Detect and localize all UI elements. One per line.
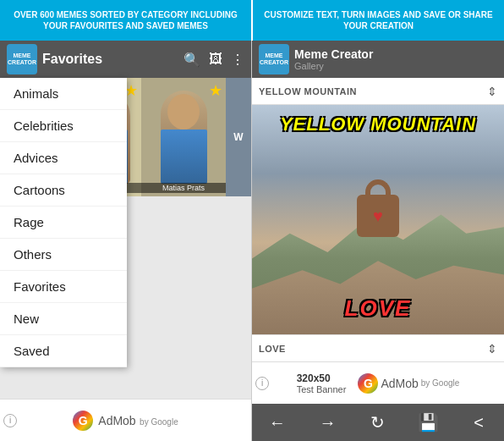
admob-left: i G AdMob by Google <box>0 399 251 441</box>
person2-head <box>167 94 200 130</box>
lock-body: ♥ <box>357 195 399 237</box>
meme-image-area: ♥ YELLOW MOUNTAIN LOVE <box>252 105 504 334</box>
admob-by-right: by Google <box>421 378 460 388</box>
right-toolbar-title: Meme Creator <box>294 47 497 62</box>
menu-item-saved[interactable]: Saved <box>0 335 127 367</box>
app-icon-right: MEME CREATOR <box>259 44 289 74</box>
adjust-icon-top[interactable]: ⇕ <box>487 85 497 98</box>
admob-text-right: AdMob <box>381 377 418 390</box>
image-person2: ★ Matias Prats <box>141 78 226 196</box>
image-icon[interactable]: 🖼 <box>209 52 222 67</box>
admob-label: AdMob <box>98 414 135 427</box>
menu-item-favorites[interactable]: Favorites <box>0 271 127 303</box>
top-banner-right: CUSTOMIZE TEXT, TURN IMAGES AND SAVE OR … <box>253 0 504 41</box>
right-toolbar-title-area: Meme Creator Gallery <box>294 47 497 72</box>
admob-text-left: AdMob by Google <box>98 413 178 428</box>
right-panel: MEME CREATOR Meme Creator Gallery YELLOW… <box>252 41 504 441</box>
top-banner-left: OVER 600 MEMES SORTED BY CATEGORY INCLUD… <box>0 0 251 41</box>
person2-silhouette <box>161 91 207 184</box>
admob-test-label: Test Banner <box>297 384 347 394</box>
main-content: MEME CREATOR Favorites 🔍 🖼 ⋮ Burning <box>0 41 504 441</box>
adjust-icon-bottom[interactable]: ⇕ <box>487 342 497 356</box>
admob-size: 320x50 <box>297 372 331 384</box>
top-banner-left-text: OVER 600 MEMES SORTED BY CATEGORY INCLUD… <box>8 9 243 31</box>
meme-title-text: YELLOW MOUNTAIN <box>259 86 357 96</box>
admob-banner-text: 320x50 Test Banner <box>297 372 347 394</box>
lock-heart-decoration: ♥ <box>353 195 403 254</box>
admob-by: by Google <box>140 417 178 427</box>
toolbar-title-left: Favorites <box>42 52 178 67</box>
menu-item-advices[interactable]: Advices <box>0 142 127 174</box>
heart-symbol: ♥ <box>373 207 383 226</box>
back-button[interactable]: ← <box>260 407 294 438</box>
admob-logo-left: G <box>73 411 93 431</box>
meme-background: ♥ YELLOW MOUNTAIN LOVE <box>252 105 504 334</box>
top-banner-right-text: CUSTOMIZE TEXT, TURN IMAGES AND SAVE OR … <box>261 9 496 31</box>
menu-item-celebrities[interactable]: Celebrities <box>0 110 127 142</box>
w-letter: W <box>233 131 243 143</box>
meme-title-bar: YELLOW MOUNTAIN ⇕ <box>252 78 504 105</box>
right-toolbar: MEME CREATOR Meme Creator Gallery <box>252 41 504 78</box>
bottom-nav: ← → ↻ 💾 < <box>252 404 504 441</box>
admob-right: i 320x50 Test Banner G AdMob by Google <box>252 361 504 404</box>
dropdown-menu: Animals Celebrities Advices Cartoons Rag… <box>0 78 127 367</box>
google-g-icon: G <box>73 411 93 431</box>
admob-content-right: 320x50 Test Banner G AdMob by Google <box>297 372 460 394</box>
left-panel: MEME CREATOR Favorites 🔍 🖼 ⋮ Burning <box>0 41 252 441</box>
person2-body <box>161 130 207 184</box>
meme-top-text: YELLOW MOUNTAIN <box>252 113 504 135</box>
menu-item-others[interactable]: Others <box>0 239 127 271</box>
menu-item-cartoons[interactable]: Cartoons <box>0 174 127 207</box>
meme-bottom-label: LOVE <box>259 344 286 354</box>
app-icon-left: MEME CREATOR <box>7 44 37 74</box>
left-toolbar: MEME CREATOR Favorites 🔍 🖼 ⋮ <box>0 41 251 78</box>
more-icon[interactable]: ⋮ <box>231 52 244 68</box>
meme-bottom-text: LOVE <box>252 295 504 322</box>
person2-label: Matias Prats <box>141 183 226 193</box>
info-icon-left[interactable]: i <box>3 414 17 427</box>
menu-item-rage[interactable]: Rage <box>0 207 127 239</box>
refresh-button[interactable]: ↻ <box>361 407 395 438</box>
share-button[interactable]: < <box>462 407 496 438</box>
star-badge-2: ★ <box>209 81 222 100</box>
forward-button[interactable]: → <box>310 407 344 438</box>
admob-content-left: G AdMob by Google <box>73 411 178 431</box>
info-icon-right[interactable]: i <box>255 377 269 390</box>
menu-item-new[interactable]: New <box>0 303 127 335</box>
image-w: W <box>226 78 251 196</box>
search-icon[interactable]: 🔍 <box>184 52 200 68</box>
admob-logo-right: G AdMob by Google <box>358 373 459 394</box>
google-g-icon-right: G <box>358 373 378 394</box>
toolbar-icons-left: 🔍 🖼 ⋮ <box>184 52 244 68</box>
meme-bottom-bar: LOVE ⇕ <box>252 334 504 361</box>
save-button[interactable]: 💾 <box>412 407 446 438</box>
top-banner: OVER 600 MEMES SORTED BY CATEGORY INCLUD… <box>0 0 504 41</box>
menu-item-animals[interactable]: Animals <box>0 78 127 110</box>
right-toolbar-subtitle: Gallery <box>294 61 497 71</box>
